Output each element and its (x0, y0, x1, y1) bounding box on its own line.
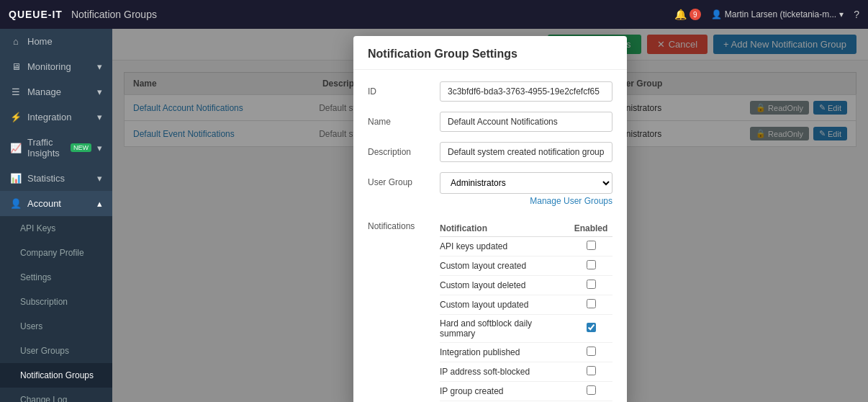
notif-enabled-cell (569, 362, 612, 382)
notif-checkbox[interactable] (587, 323, 596, 332)
bell-icon: 🔔 (674, 9, 687, 20)
notif-checkbox[interactable] (587, 299, 596, 308)
chevron-icon: ▾ (97, 173, 102, 184)
notifications-button[interactable]: 🔔 9 (674, 9, 701, 20)
id-field[interactable] (440, 81, 612, 102)
description-content (440, 142, 612, 162)
sidebar-item-label: Home (27, 36, 53, 47)
chevron-icon: ▾ (97, 86, 102, 97)
help-button[interactable]: ? (854, 9, 859, 20)
form-row-name: Name (368, 112, 612, 132)
account-icon: 👤 (10, 198, 22, 209)
notif-label: IP group created (440, 382, 569, 401)
description-label: Description (368, 142, 440, 157)
sidebar-item-integration[interactable]: ⚡Integration ▾ (0, 104, 112, 130)
sidebar-sub-account: API Keys Company Profile Settings Subscr… (0, 216, 112, 402)
sidebar-item-label: Manage (27, 86, 61, 97)
user-menu[interactable]: 👤 Martin Larsen (ticketania-m... ▾ (711, 9, 844, 19)
modal-body: ID Name Description (353, 70, 627, 402)
notif-label: Custom layout deleted (440, 276, 569, 295)
notifications-content: Notification Enabled API keys updatedCus… (440, 216, 612, 402)
notif-label: API keys updated (440, 237, 569, 256)
chevron-icon: ▾ (97, 143, 102, 153)
modal-overlay: Notification Group Settings ID Name (112, 29, 868, 402)
manage-icon: ☰ (10, 86, 22, 97)
sidebar-item-account[interactable]: 👤Account ▴ (0, 191, 112, 216)
notif-checkbox[interactable] (587, 280, 596, 289)
statistics-icon: 📊 (10, 173, 22, 184)
sidebar-item-change-log[interactable]: Change Log (0, 388, 112, 402)
sidebar-item-label: Integration (27, 112, 71, 122)
notif-label: Custom layout updated (440, 295, 569, 315)
sidebar-item-notification-groups[interactable]: Notification Groups (0, 363, 112, 388)
sidebar-item-label: Account (27, 198, 61, 209)
name-content (440, 112, 612, 132)
page-title: Notification Groups (71, 9, 157, 20)
notif-enabled-cell (569, 237, 612, 256)
chevron-down-icon: ▾ (839, 9, 844, 19)
notif-checkbox[interactable] (587, 366, 596, 375)
sidebar-item-users[interactable]: Users (0, 314, 112, 339)
sidebar-item-home[interactable]: ⌂ Home (0, 29, 112, 54)
notif-label: Custom layout created (440, 256, 569, 276)
name-label: Name (368, 112, 440, 127)
sub-label: API Keys (20, 223, 55, 233)
usergroup-label: User Group (368, 172, 440, 187)
form-row-usergroup: User Group Administrators Editors Viewer… (368, 172, 612, 206)
notif-checkbox[interactable] (587, 385, 596, 395)
sidebar-item-label: Statistics (27, 173, 65, 184)
sub-label: Subscription (20, 297, 68, 307)
notif-checkbox[interactable] (587, 260, 596, 269)
notifications-table: Notification Enabled API keys updatedCus… (440, 220, 612, 402)
logo-text: QUEUE-IT (9, 9, 63, 20)
sidebar-item-manage[interactable]: ☰Manage ▾ (0, 79, 112, 104)
sidebar-item-user-groups[interactable]: User Groups (0, 339, 112, 363)
notif-table-row: IP group created (440, 382, 612, 401)
chevron-icon: ▾ (97, 112, 102, 122)
notif-enabled-cell (569, 382, 612, 401)
id-content (440, 81, 612, 102)
help-icon: ? (854, 9, 859, 20)
form-row-description: Description (368, 142, 612, 162)
notif-label: IP address soft-blocked (440, 362, 569, 382)
notif-enabled-cell (569, 256, 612, 276)
sidebar-item-company-profile[interactable]: Company Profile (0, 241, 112, 265)
modal-title: Notification Group Settings (353, 36, 627, 70)
user-icon: 👤 (711, 9, 722, 19)
sidebar-item-traffic[interactable]: 📈Traffic InsightsNEW ▾ (0, 130, 112, 166)
name-field[interactable] (440, 112, 612, 132)
notif-badge: 9 (690, 9, 701, 20)
notif-enabled-cell (569, 315, 612, 343)
usergroup-select[interactable]: Administrators Editors Viewers (440, 172, 612, 194)
notif-label: Integration published (440, 343, 569, 362)
sidebar-item-subscription[interactable]: Subscription (0, 290, 112, 314)
sub-label: Settings (20, 272, 51, 282)
notif-col-header: Notification (440, 220, 569, 237)
sub-label: Change Log (20, 395, 67, 402)
logo: QUEUE-IT (9, 9, 63, 20)
notif-checkbox[interactable] (587, 347, 596, 356)
main-content: ✓ Save Changes ✕ Cancel + Add New Notifi… (112, 29, 868, 402)
nav-right: 🔔 9 👤 Martin Larsen (ticketania-m... ▾ ? (674, 9, 859, 20)
notification-group-settings-modal: Notification Group Settings ID Name (353, 36, 627, 402)
notif-label: Hard and softblock daily summary (440, 315, 569, 343)
notif-table-row: API keys updated (440, 237, 612, 256)
nav-left: QUEUE-IT Notification Groups (9, 9, 157, 20)
id-label: ID (368, 81, 440, 97)
sidebar-item-api-keys[interactable]: API Keys (0, 216, 112, 241)
notif-checkbox[interactable] (587, 241, 596, 250)
traffic-icon: 📈 (10, 143, 22, 153)
chevron-up-icon: ▴ (97, 198, 102, 209)
notif-table-row: Hard and softblock daily summary (440, 315, 612, 343)
form-row-id: ID (368, 81, 612, 102)
notif-table-row: Integration published (440, 343, 612, 362)
notif-table-row: IP address soft-blocked (440, 362, 612, 382)
sub-label: Users (20, 321, 42, 331)
sidebar-item-monitoring[interactable]: 🖥Monitoring ▾ (0, 54, 112, 79)
sub-label: Notification Groups (20, 370, 94, 380)
description-field[interactable] (440, 142, 612, 162)
manage-user-groups-link[interactable]: Manage User Groups (440, 196, 612, 206)
sidebar-item-statistics[interactable]: 📊Statistics ▾ (0, 166, 112, 191)
sidebar-item-settings[interactable]: Settings (0, 265, 112, 290)
home-icon: ⌂ (10, 36, 22, 47)
